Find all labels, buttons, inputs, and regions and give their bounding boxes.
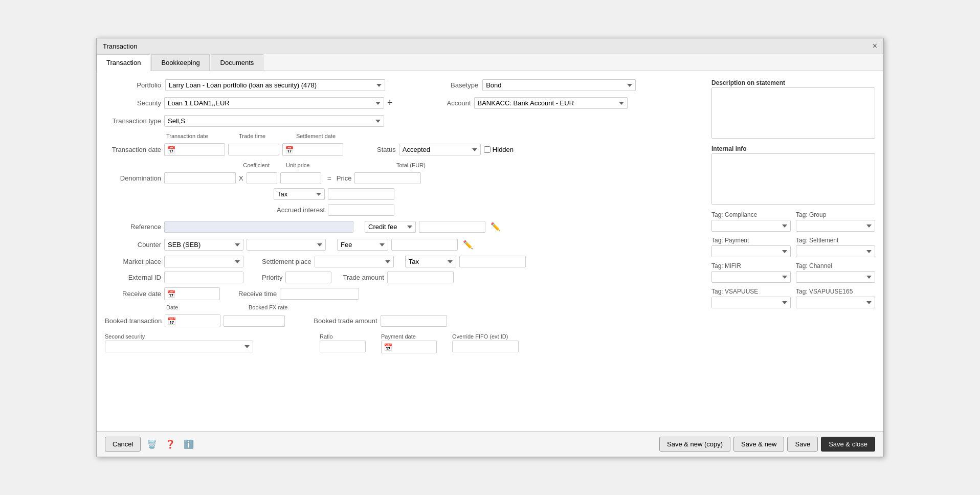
transaction-date-input[interactable]: 1.1.2021 <box>176 145 222 154</box>
tab-bar: Transaction Bookkeeping Documents <box>97 54 883 71</box>
market-place-select[interactable] <box>164 256 243 267</box>
save-button[interactable]: Save <box>787 437 818 452</box>
denomination-label: Denomination <box>105 174 161 182</box>
receive-date-wrap: 📅 <box>164 287 220 300</box>
receive-time-input[interactable] <box>280 288 359 300</box>
external-id-row: External ID 3 Priority 0 Trade amount 20… <box>105 272 703 283</box>
settlement-place-label: Settlement place <box>262 258 311 265</box>
transaction-type-select[interactable]: Sell,S <box>164 115 384 127</box>
save-new-button[interactable]: Save & new <box>733 437 784 452</box>
external-id-input[interactable]: 3 <box>164 272 243 283</box>
tag-channel-select[interactable] <box>796 271 875 283</box>
security-select[interactable]: Loan 1,LOAN1,,EUR <box>164 97 384 109</box>
coefficient-col-label: Coefficient <box>239 162 270 168</box>
tag-mifir-group-row: Tag: MiFIR Tag: Channel <box>711 262 875 283</box>
hidden-label: Hidden <box>493 146 514 153</box>
transaction-type-row: Transaction type Sell,S <box>105 115 703 127</box>
hidden-checkbox[interactable] <box>484 146 491 153</box>
internal-info-section: Internal info <box>711 145 875 206</box>
receive-time-label: Receive time <box>238 290 277 298</box>
help-button[interactable]: ❓ <box>163 437 177 451</box>
tax-select-2[interactable]: Tax <box>405 256 456 267</box>
accrued-interest-label: Accrued interest <box>274 206 325 214</box>
form-content: Portfolio Larry Loan - Loan portfolio (l… <box>97 71 883 431</box>
fee-input[interactable]: 0,00 <box>391 239 458 251</box>
basetype-select[interactable]: Bond <box>482 79 636 91</box>
footer-left: Cancel 🗑️ ❓ ℹ️ <box>105 437 196 452</box>
trade-amount-input[interactable]: 200 000,00 <box>387 272 454 283</box>
booked-date-input[interactable] <box>177 316 218 326</box>
save-new-copy-button[interactable]: Save & new (copy) <box>659 437 730 452</box>
settlement-date-input[interactable]: 1.1.2021 <box>295 145 341 154</box>
close-button[interactable]: × <box>873 41 877 51</box>
tag-channel-group: Tag: Channel <box>796 262 875 283</box>
internal-info-textarea[interactable] <box>711 153 875 205</box>
denomination-input[interactable]: 200 000,00 <box>164 172 236 184</box>
tag-group-select[interactable] <box>796 220 875 232</box>
description-on-statement-textarea[interactable] <box>711 87 875 139</box>
tag-settlement-label: Tag: Settlement <box>796 237 875 244</box>
trade-amount-label: Trade amount <box>343 274 384 281</box>
tag-mifir-label: Tag: MiFIR <box>711 262 791 269</box>
cancel-button[interactable]: Cancel <box>105 437 141 452</box>
denomination-row: Denomination 200 000,00 X 1 1 = Price 20… <box>105 172 703 184</box>
basetype-label: Basetype <box>451 81 478 89</box>
portfolio-label: Portfolio <box>105 81 161 89</box>
status-select[interactable]: Accepted <box>399 144 481 155</box>
tag-compliance-group-row: Tag: Compliance Tag: Group <box>711 211 875 232</box>
fee-edit-button[interactable]: ✏️ <box>461 238 475 252</box>
tag-group-group: Tag: Group <box>796 211 875 232</box>
reference-row: Reference LOAN 1EUR Credit fee 0,00 ✏️ <box>105 220 703 234</box>
tab-documents[interactable]: Documents <box>211 54 264 71</box>
tax-select-1[interactable]: Tax <box>274 188 325 200</box>
receive-date-row: Receive date 📅 Receive time <box>105 287 703 300</box>
delete-button[interactable]: 🗑️ <box>145 437 159 451</box>
info-button[interactable]: ℹ️ <box>182 437 196 451</box>
settlement-place-select[interactable] <box>315 256 394 267</box>
account-select[interactable]: BANKACC: Bank Account - EUR <box>474 97 628 109</box>
booked-trade-amount-input[interactable]: 0,00 <box>381 315 447 327</box>
price-input[interactable]: 200 000,00 <box>354 172 421 184</box>
credit-fee-input[interactable]: 0,00 <box>419 221 485 233</box>
add-security-button[interactable]: + <box>387 98 393 108</box>
override-fifo-input[interactable] <box>452 341 519 352</box>
second-security-select[interactable] <box>105 341 253 352</box>
tag-mifir-group: Tag: MiFIR <box>711 262 791 283</box>
tag-settlement-select[interactable] <box>796 245 875 257</box>
accrued-interest-input[interactable]: 0,00 <box>328 204 394 216</box>
tag-payment-group-row: Tag: Payment Tag: Settlement <box>711 237 875 257</box>
tag-vsapuuse-select[interactable] <box>711 297 791 308</box>
tag-vsapuuse165-select[interactable] <box>796 297 875 308</box>
title-bar: Transaction × <box>97 38 883 54</box>
payment-date-input[interactable] <box>393 342 434 352</box>
counter-select-2[interactable] <box>247 239 326 251</box>
tag-vsapuuse-group: Tag: VSAPUUSE <box>711 288 791 308</box>
receive-date-label: Receive date <box>105 290 161 298</box>
trade-time-input[interactable]: 00:00:00 <box>228 144 279 155</box>
date-col-headers: Transaction date Trade time Settlement d… <box>166 133 703 139</box>
tax-input-2[interactable]: 0,00 <box>459 256 526 267</box>
reference-input[interactable]: LOAN 1EUR <box>164 221 353 233</box>
accrued-interest-row: Accrued interest 0,00 <box>274 204 703 216</box>
tax-input-1[interactable]: 0,00 <box>328 188 394 200</box>
portfolio-select[interactable]: Larry Loan - Loan portfolio (loan as sec… <box>165 79 385 91</box>
unit-price-input[interactable]: 1 <box>280 172 321 184</box>
booked-fx-rate-input[interactable]: 1 <box>224 315 285 327</box>
coefficient-input[interactable]: 1 <box>247 172 277 184</box>
tag-compliance-label: Tag: Compliance <box>711 211 791 218</box>
credit-fee-select[interactable]: Credit fee <box>365 221 416 233</box>
tag-mifir-select[interactable] <box>711 271 791 283</box>
tab-transaction[interactable]: Transaction <box>97 54 150 71</box>
priority-input[interactable]: 0 <box>285 272 331 283</box>
tag-payment-select[interactable] <box>711 245 791 257</box>
receive-date-input[interactable] <box>176 289 217 299</box>
fee-select[interactable]: Fee <box>337 239 388 251</box>
ratio-input[interactable] <box>320 341 366 352</box>
tag-compliance-select[interactable] <box>711 220 791 232</box>
counter-select-1[interactable]: SEB (SEB) <box>164 239 243 251</box>
tab-bookkeeping[interactable]: Bookkeeping <box>151 54 209 71</box>
credit-fee-edit-button[interactable]: ✏️ <box>488 220 503 234</box>
right-panel: Description on statement Internal info T… <box>711 79 875 423</box>
cal-icon-4: 📅 <box>167 317 176 325</box>
save-close-button[interactable]: Save & close <box>821 437 875 452</box>
